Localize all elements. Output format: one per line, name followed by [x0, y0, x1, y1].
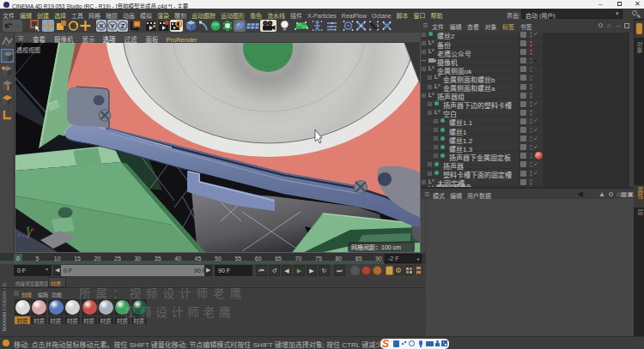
svg-text:Y: Y	[110, 22, 115, 30]
svg-text:Y: Y	[26, 226, 29, 232]
svg-text:Z: Z	[17, 232, 21, 238]
svg-text:透视视图: 透视视图	[16, 46, 40, 54]
svg-text:Z: Z	[121, 22, 125, 30]
svg-text:X: X	[99, 22, 104, 30]
svg-text:X: X	[31, 227, 34, 232]
svg-text:网格间距：100 cm: 网格间距：100 cm	[351, 244, 401, 251]
